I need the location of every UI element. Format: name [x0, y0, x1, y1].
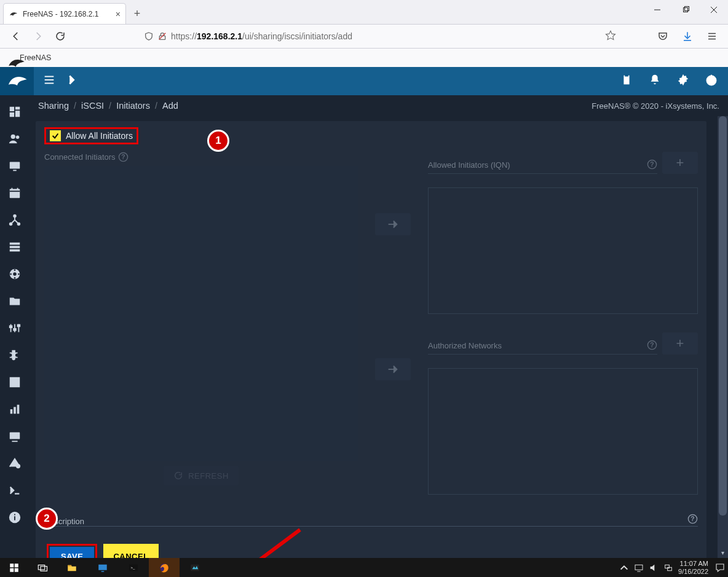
nav-back-button[interactable]: [6, 26, 26, 46]
rail-display-icon[interactable]: [0, 453, 30, 474]
crumb-iscsi[interactable]: iSCSI: [81, 101, 104, 111]
tray-notifications-icon[interactable]: [713, 562, 727, 573]
crumb-sharing[interactable]: Sharing: [38, 101, 69, 111]
taskbar-explorer-icon[interactable]: [57, 558, 87, 577]
rail-dashboard-icon[interactable]: [0, 101, 30, 122]
connected-initiators-label: Connected Initiators ?: [44, 152, 358, 162]
help-icon[interactable]: ?: [647, 340, 657, 350]
allowed-initiators-list[interactable]: [428, 187, 698, 314]
rail-reporting-icon[interactable]: [0, 399, 30, 420]
app-topbar: [0, 67, 728, 95]
pocket-icon[interactable]: [653, 26, 673, 46]
tray-chevron-up-icon[interactable]: [619, 562, 629, 573]
svg-point-24: [16, 136, 20, 139]
tray-display-icon[interactable]: [634, 562, 644, 573]
cancel-button[interactable]: CANCEL: [103, 544, 158, 558]
settings-gear-icon[interactable]: [676, 73, 690, 89]
save-button[interactable]: SAVE: [50, 547, 94, 558]
bookmark-star-icon[interactable]: [605, 29, 616, 43]
rail-directory-icon[interactable]: [0, 264, 30, 285]
app-menu-icon[interactable]: [702, 26, 722, 46]
power-icon[interactable]: [705, 73, 718, 89]
sidebar-toggle-button[interactable]: [42, 73, 56, 89]
move-right-button-2[interactable]: [375, 358, 411, 380]
browser-tab[interactable]: FreeNAS - 192.168.2.1 ×: [3, 3, 126, 24]
task-view-button[interactable]: [28, 558, 57, 577]
rail-tasks-icon[interactable]: [0, 183, 30, 203]
allow-all-label: Allow All Initiators: [66, 131, 133, 141]
annotation-marker-2: 2: [36, 508, 58, 530]
rail-sharing-icon[interactable]: [0, 291, 30, 312]
taskbar-app-icon[interactable]: [180, 558, 210, 577]
rail-storage-icon[interactable]: [0, 237, 30, 257]
svg-point-67: [647, 160, 656, 168]
svg-rect-47: [14, 329, 16, 331]
taskbar-remote-desktop-icon[interactable]: [87, 558, 118, 577]
breadcrumb: Sharing/ iSCSI/ Initiators/ Add FreeNAS®…: [30, 95, 728, 116]
nav-forward-button[interactable]: [28, 26, 48, 46]
window-minimize-button[interactable]: [643, 0, 671, 20]
tab-close-icon[interactable]: ×: [116, 10, 121, 18]
taskbar-clock[interactable]: 11:07 AM 9/16/2022: [678, 560, 708, 575]
rail-network-icon[interactable]: [0, 210, 30, 230]
tray-network-icon[interactable]: [663, 562, 673, 573]
rail-shell-icon[interactable]: [0, 480, 30, 501]
start-button[interactable]: [0, 558, 28, 577]
svg-rect-81: [68, 565, 71, 566]
crumb-initiators[interactable]: Initiators: [116, 101, 150, 111]
svg-point-31: [14, 215, 16, 218]
bell-icon[interactable]: [648, 73, 662, 89]
browser-window: FreeNAS - 192.168.2.1 × +: [0, 0, 728, 558]
help-icon[interactable]: ?: [647, 159, 657, 170]
rail-jails-icon[interactable]: [0, 372, 30, 393]
svg-rect-55: [17, 405, 20, 414]
svg-rect-25: [10, 162, 20, 169]
app-page: Sharing/ iSCSI/ Initiators/ Add FreeNAS®…: [0, 67, 728, 558]
authorized-networks-list[interactable]: [428, 368, 698, 495]
new-tab-button[interactable]: +: [129, 5, 146, 22]
nav-reload-button[interactable]: [50, 26, 70, 46]
crumb-add: Add: [162, 101, 178, 111]
svg-rect-22: [10, 112, 14, 117]
rail-services-icon[interactable]: [0, 318, 30, 339]
url-bar[interactable]: https://192.168.2.1/ui/sharing/iscsi/ini…: [140, 26, 620, 46]
taskbar-terminal-icon[interactable]: >_: [118, 558, 149, 577]
vertical-scrollbar[interactable]: ▾: [718, 116, 728, 558]
window-close-button[interactable]: [700, 0, 728, 20]
scrollbar-thumb[interactable]: [719, 116, 727, 516]
rail-accounts-icon[interactable]: [0, 128, 30, 149]
authorized-networks-field[interactable]: Authorized Networks ?: [428, 337, 657, 355]
tab-title: FreeNAS - 192.168.2.1: [23, 10, 98, 18]
svg-rect-2: [685, 7, 689, 11]
bookmark-item[interactable]: FreeNAS: [20, 53, 51, 62]
allowed-initiators-field[interactable]: Allowed Initiators (IQN) ?: [428, 157, 657, 174]
svg-point-58: [17, 465, 20, 468]
svg-point-38: [13, 272, 17, 276]
rail-plugins-icon[interactable]: [0, 345, 30, 366]
scrollbar-arrow-down-icon[interactable]: ▾: [718, 548, 728, 558]
help-icon[interactable]: ?: [118, 152, 129, 162]
svg-rect-27: [10, 189, 20, 198]
app-logo-shark-icon[interactable]: [0, 67, 34, 95]
svg-rect-75: [10, 563, 14, 567]
refresh-button[interactable]: REFRESH: [164, 466, 239, 485]
rail-vm-icon[interactable]: [0, 426, 30, 447]
move-right-button-1[interactable]: [375, 213, 411, 235]
connected-initiators-list[interactable]: [44, 166, 358, 461]
downloads-icon[interactable]: [678, 26, 697, 46]
window-restore-button[interactable]: [671, 0, 700, 20]
breadcrumb-chevron-icon: [65, 73, 78, 89]
clipboard-icon[interactable]: [620, 73, 633, 89]
taskbar-firefox-icon[interactable]: [149, 558, 180, 577]
allow-all-checkbox[interactable]: [50, 130, 61, 141]
description-label: Description ?: [44, 511, 698, 527]
rail-system-icon[interactable]: [0, 155, 30, 176]
rail-info-icon[interactable]: [0, 507, 30, 528]
svg-rect-48: [18, 325, 20, 327]
help-icon[interactable]: ?: [687, 514, 698, 524]
bookmarks-bar: FreeNAS: [0, 49, 728, 67]
add-authorized-network-button[interactable]: +: [662, 332, 698, 355]
add-allowed-initiator-button[interactable]: +: [662, 152, 698, 174]
tray-volume-icon[interactable]: [649, 562, 659, 573]
url-text: https://192.168.2.1/ui/sharing/iscsi/ini…: [171, 31, 601, 41]
